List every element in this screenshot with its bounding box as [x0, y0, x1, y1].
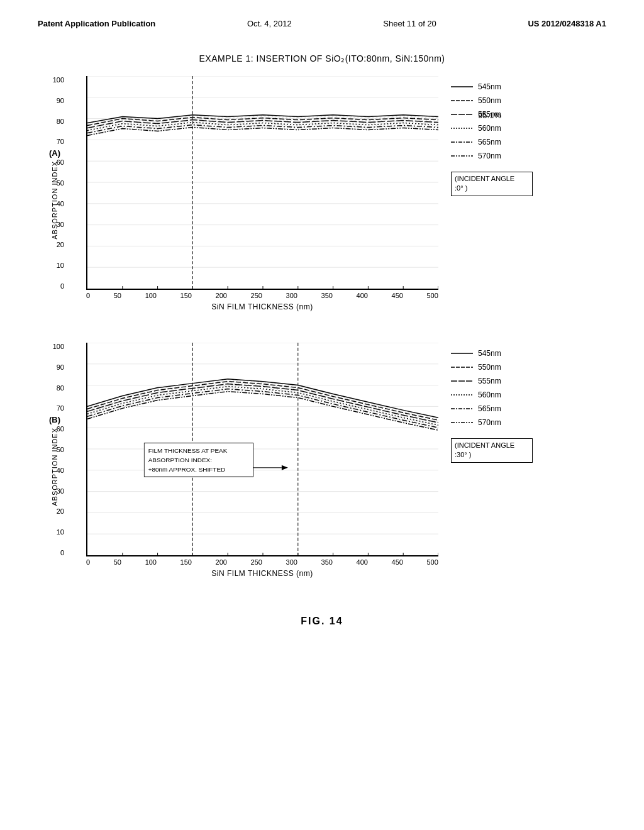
- patent-number-label: US 2012/0248318 A1: [528, 19, 606, 28]
- legend-item-570: 570nm: [451, 152, 533, 160]
- figure-title: EXAMPLE 1: INSERTION OF SiO₂(ITO:80nm, S…: [199, 53, 445, 64]
- legend-b-line-545: [451, 350, 473, 357]
- chart-a-wrapper: (A) ABSORPTION INDEX 100 90 80 70: [45, 76, 599, 311]
- legend-b-item-560: 560nm: [451, 390, 533, 399]
- legend-b-line-565: [451, 405, 473, 412]
- legend-b-item-565: 565nm: [451, 404, 533, 413]
- chart-b-x-label: SiN FILM THICKNESS (nm): [86, 569, 438, 578]
- legend-b-line-550: [451, 363, 473, 371]
- page: Patent Application Publication Oct. 4, 2…: [0, 0, 644, 830]
- chart-b-legend: 545nm 550nm 555nm: [451, 343, 533, 578]
- legend-line-555: [451, 111, 473, 118]
- page-header: Patent Application Publication Oct. 4, 2…: [38, 19, 606, 28]
- chart-b-container: (B) ABSORPTION INDEX 100 90 80 70 60: [45, 343, 599, 584]
- main-content: EXAMPLE 1: INSERTION OF SiO₂(ITO:80nm, S…: [38, 53, 606, 627]
- legend-item-550: 550nm: [451, 96, 533, 105]
- legend-line-560: [451, 124, 473, 132]
- chart-a-area: [86, 76, 438, 290]
- legend-item-565: 565nm: [451, 138, 533, 147]
- legend-b-line-555: [451, 377, 473, 385]
- chart-b-area: FILM THICKNESS AT PEAK ABSORPTION INDEX:…: [86, 343, 438, 556]
- legend-item-545: 545nm: [451, 82, 533, 91]
- chart-a-container: (A) ABSORPTION INDEX 100 90 80 70: [45, 76, 599, 318]
- sheet-label: Sheet 11 of 20: [383, 19, 436, 28]
- legend-b-item-550: 550nm: [451, 363, 533, 372]
- chart-b-wrapper: (B) ABSORPTION INDEX 100 90 80 70 60: [45, 343, 599, 578]
- legend-line-545: [451, 83, 473, 91]
- legend-item-560: 560nm: [451, 124, 533, 133]
- legend-line-550: [451, 97, 473, 104]
- legend-b-line-560: [451, 391, 473, 399]
- legend-b-item-555: 555nm: [451, 377, 533, 385]
- chart-a-incident-angle: (INCIDENT ANGLE :0° ): [451, 172, 533, 196]
- figure-label: FIG. 14: [301, 616, 343, 627]
- legend-b-item-570: 570nm: [451, 418, 533, 427]
- chart-b-x-ticks: 0 50 100 150 200 250 300 350 400 450 500: [86, 558, 438, 566]
- percent-label-a: 95.1%: [478, 111, 501, 120]
- chart-a-x-label: SiN FILM THICKNESS (nm): [86, 302, 438, 311]
- chart-a-x-ticks: 0 50 100 150 200 250 300 350 400 450 500: [86, 292, 438, 299]
- legend-line-570: [451, 152, 473, 160]
- legend-line-565: [451, 138, 473, 146]
- legend-b-line-570: [451, 419, 473, 426]
- publication-label: Patent Application Publication: [38, 19, 155, 28]
- chart-b-y-ticks: 100 90 80 70 60 50 40 30 20 10 0: [45, 343, 64, 556]
- chart-b-incident-angle: (INCIDENT ANGLE :30° ): [451, 438, 533, 463]
- chart-a-y-ticks: 100 90 80 70 60 50 40 30 20 10 0: [45, 76, 64, 290]
- svg-marker-40: [282, 465, 288, 470]
- legend-b-item-545: 545nm: [451, 349, 533, 358]
- date-label: Oct. 4, 2012: [247, 19, 292, 28]
